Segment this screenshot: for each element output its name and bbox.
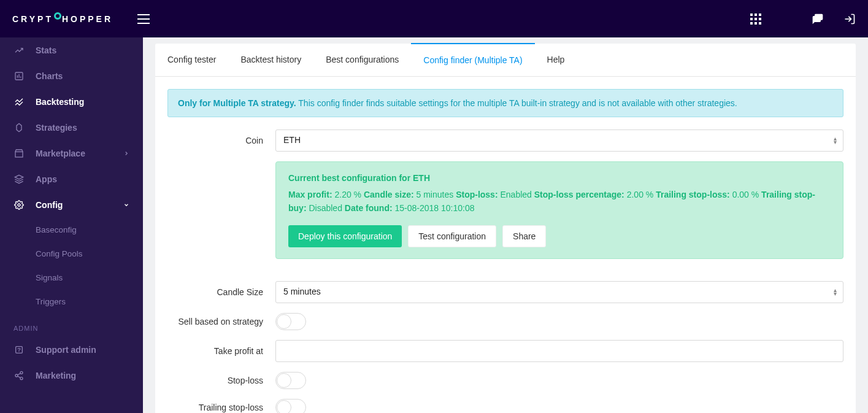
tab-best-configurations[interactable]: Best configurations <box>313 44 411 76</box>
strategies-icon <box>13 122 25 133</box>
best-config-panel: Current best configuration for ETH Max p… <box>275 161 843 259</box>
logout-icon[interactable] <box>843 13 856 25</box>
svg-rect-6 <box>750 18 753 20</box>
svg-marker-16 <box>17 123 21 131</box>
sidebar: Stats Charts Backtesting Strategies Mark… <box>0 37 143 413</box>
menu-toggle-button[interactable] <box>137 14 150 24</box>
best-config-title: Current best configuration for ETH <box>288 173 831 183</box>
backtesting-icon <box>13 96 25 107</box>
topbar-actions <box>750 13 856 25</box>
form-row-sell-strategy: Sell based on strategy <box>167 313 843 330</box>
brand-pre: CRYPT <box>12 14 53 24</box>
deploy-button[interactable]: Deploy this configuration <box>288 225 402 247</box>
sidebar-item-charts[interactable]: Charts <box>0 63 143 89</box>
help-icon: ? <box>13 344 25 355</box>
sidebar-label: Stats <box>36 45 56 55</box>
sidebar-label: Backtesting <box>36 97 84 107</box>
tab-config-finder[interactable]: Config finder (Multiple TA) <box>411 43 534 76</box>
stoploss-pct-value: 2.00 % <box>627 190 654 199</box>
max-profit-label: Max profit: <box>288 190 332 199</box>
take-profit-input[interactable] <box>275 340 843 362</box>
candle-label: Candle size: <box>364 190 414 199</box>
marketplace-icon <box>13 148 25 159</box>
sidebar-item-stats[interactable]: Stats <box>0 37 143 63</box>
svg-rect-2 <box>137 23 150 24</box>
brand-o-icon <box>54 12 61 20</box>
sell-strategy-toggle[interactable] <box>275 313 306 330</box>
candle-size-select[interactable]: 5 minutes ▴▾ <box>275 281 843 303</box>
tab-label: Backtest history <box>240 55 301 64</box>
sidebar-sub-triggers[interactable]: Triggers <box>0 290 143 314</box>
sidebar-sub-label: Signals <box>36 273 63 282</box>
sidebar-item-support-admin[interactable]: ? Support admin <box>0 337 143 363</box>
toggle-knob <box>277 400 291 413</box>
svg-rect-11 <box>759 22 761 25</box>
coin-value: ETH <box>283 135 301 145</box>
candle-size-label: Candle Size <box>167 287 275 297</box>
svg-point-18 <box>18 204 20 206</box>
date-found-label: Date found: <box>345 203 393 213</box>
gear-icon <box>13 199 25 210</box>
stoploss-value: Enabled <box>500 190 531 199</box>
btn-label: Deploy this configuration <box>298 231 392 241</box>
alert-text: This config finder finds suitable settin… <box>296 98 737 108</box>
svg-rect-10 <box>755 22 757 25</box>
hamburger-icon <box>137 14 150 24</box>
sidebar-item-backtesting[interactable]: Backtesting <box>0 89 143 115</box>
apps-grid-icon[interactable] <box>750 13 761 25</box>
sidebar-item-strategies[interactable]: Strategies <box>0 115 143 141</box>
sidebar-sub-label: Baseconfig <box>36 225 77 234</box>
sidebar-sub-signals[interactable]: Signals <box>0 266 143 290</box>
top-bar: CRYPT HOPPER <box>0 0 868 37</box>
tab-backtest-history[interactable]: Backtest history <box>228 44 313 76</box>
sidebar-item-marketing[interactable]: Marketing <box>0 363 143 388</box>
sidebar-item-apps[interactable]: Apps <box>0 166 143 192</box>
date-found-value: 15-08-2018 10:10:08 <box>394 203 474 213</box>
sidebar-label: Apps <box>36 174 57 184</box>
svg-rect-5 <box>759 14 761 16</box>
sidebar-sub-configpools[interactable]: Config Pools <box>0 242 143 266</box>
chevron-down-icon <box>123 200 129 210</box>
tab-label: Help <box>547 55 565 64</box>
svg-line-25 <box>18 376 21 378</box>
form-row-take-profit: Take profit at <box>167 340 843 362</box>
sidebar-label: Charts <box>36 71 63 81</box>
sidebar-item-marketplace[interactable]: Marketplace <box>0 141 143 166</box>
stop-loss-toggle[interactable] <box>275 372 306 389</box>
svg-rect-1 <box>137 18 150 20</box>
stoploss-label: Stop-loss: <box>456 190 497 199</box>
share-button[interactable]: Share <box>502 225 546 247</box>
take-profit-label: Take profit at <box>167 346 275 356</box>
tab-label: Best configurations <box>326 55 399 64</box>
brand-post: HOPPER <box>62 14 113 24</box>
form-row-candle-size: Candle Size 5 minutes ▴▾ <box>167 281 843 303</box>
brand-logo[interactable]: CRYPT HOPPER <box>12 14 113 24</box>
dark-mode-icon[interactable] <box>781 13 792 25</box>
svg-rect-8 <box>759 18 761 20</box>
best-config-actions: Deploy this configuration Test configura… <box>288 225 831 247</box>
test-config-button[interactable]: Test configuration <box>408 225 496 247</box>
select-caret-icon: ▴▾ <box>834 137 837 144</box>
toggle-knob <box>277 373 291 388</box>
stoploss-pct-label: Stop-loss percentage: <box>534 190 624 199</box>
trailing-sl-label: Trailing stop-loss: <box>656 190 730 199</box>
tab-config-tester[interactable]: Config tester <box>155 44 228 76</box>
charts-icon <box>13 71 25 82</box>
svg-line-24 <box>18 373 21 375</box>
sidebar-label: Config <box>36 200 63 210</box>
trailing-stop-loss-toggle[interactable] <box>275 399 306 413</box>
stats-icon <box>13 45 25 56</box>
form-row-trailing-stop-loss: Trailing stop-loss <box>167 399 843 413</box>
trailing-sb-value: Disabled <box>309 203 342 213</box>
chat-icon[interactable] <box>812 13 824 25</box>
max-profit-value: 2.20 % <box>334 190 361 199</box>
form-row-stop-loss: Stop-loss <box>167 372 843 389</box>
svg-rect-9 <box>750 22 753 25</box>
svg-point-23 <box>20 377 23 380</box>
sidebar-item-config[interactable]: Config <box>0 192 143 218</box>
sidebar-sub-baseconfig[interactable]: Baseconfig <box>0 218 143 242</box>
svg-rect-7 <box>755 18 757 20</box>
tab-help[interactable]: Help <box>535 44 577 76</box>
toggle-knob <box>277 314 291 329</box>
coin-select[interactable]: ETH ▴▾ <box>275 129 843 152</box>
